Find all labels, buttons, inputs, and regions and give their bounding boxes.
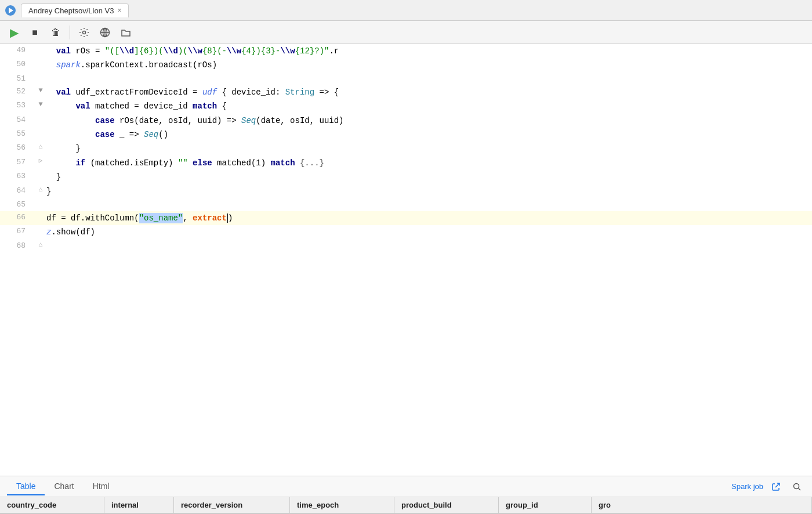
code-line-54: 54 case rOs(date, osId, uuid) => Seq(dat… (0, 114, 812, 128)
toolbar: ▶ ■ 🗑 (0, 21, 812, 44)
col-group-id: group_id (499, 497, 592, 513)
code-line-65: 65 (0, 198, 812, 211)
line-content: val udf_extractFromDeviceId = udf { devi… (46, 85, 812, 99)
col-internal: internal (104, 497, 174, 513)
line-content: z.show(df) (46, 225, 812, 239)
col-country-code: country_code (0, 497, 104, 513)
code-editor[interactable]: 49 val rOs = "([\\d]{6})(\\d)(\\w{8}(-\\… (0, 44, 812, 476)
code-line-50: 50 spark.sparkContext.broadcast(rOs) (0, 58, 812, 72)
line-content: spark.sparkContext.broadcast(rOs) (46, 58, 812, 72)
line-content: if (matched.isEmpty) "" else matched(1) … (46, 156, 812, 170)
bottom-tabs: Table Chart Html Spark job (0, 476, 812, 497)
svg-point-7 (794, 483, 799, 488)
gutter: ▼ (35, 99, 46, 110)
code-line-63: 63 } (0, 170, 812, 184)
line-number: 55 (0, 128, 35, 140)
code-line-55: 55 case _ => Seq() (0, 128, 812, 142)
search-icon[interactable] (789, 479, 805, 495)
bottom-panel: Table Chart Html Spark job country_code … (0, 476, 812, 514)
code-line-52: 52 ▼ val udf_extractFromDeviceId = udf {… (0, 85, 812, 99)
code-line-57: 57 ▷ if (matched.isEmpty) "" else matche… (0, 156, 812, 170)
tab-html[interactable]: Html (84, 478, 119, 495)
code-line-68: 68 △ (0, 240, 812, 252)
line-number: 51 (0, 73, 35, 85)
line-content: } (46, 142, 812, 155)
line-number: 57 (0, 156, 35, 169)
code-area[interactable]: 49 val rOs = "([\\d]{6})(\\d)(\\w{8}(-\\… (0, 44, 812, 476)
tab-close-button[interactable]: × (117, 6, 121, 15)
code-line-56: 56 △ } (0, 142, 812, 155)
external-link-icon[interactable] (768, 479, 784, 495)
line-number: 56 (0, 142, 35, 154)
code-line-66: 66 df = df.withColumn("os_name", extract… (0, 211, 812, 225)
notebook-tab[interactable]: Andrey Cheptsov/Lion V3 × (21, 3, 129, 17)
line-content (46, 73, 812, 74)
line-content (46, 198, 812, 200)
tab-label: Andrey Cheptsov/Lion V3 (28, 6, 114, 15)
spark-job-link[interactable]: Spark job (731, 482, 763, 491)
globe-button[interactable] (96, 23, 114, 42)
line-number: 64 (0, 184, 35, 197)
delete-button[interactable]: 🗑 (46, 23, 65, 42)
gutter: △ (35, 184, 46, 195)
col-product-build: product_build (394, 497, 499, 513)
line-content: df = df.withColumn("os_name", extract) (46, 211, 812, 225)
settings-button[interactable] (75, 23, 93, 42)
line-number: 50 (0, 58, 35, 71)
col-gro: gro (592, 497, 812, 513)
folder-button[interactable] (117, 23, 135, 42)
tab-table[interactable]: Table (7, 478, 45, 495)
table-header: country_code internal recorder_version t… (0, 497, 812, 514)
line-number: 67 (0, 225, 35, 238)
line-content: val matched = device_id match { (46, 99, 812, 113)
gutter: △ (35, 240, 46, 250)
line-content: val rOs = "([\\d]{6})(\\d)(\\w{8}(-\\w{4… (46, 44, 812, 58)
line-content: } (46, 170, 812, 184)
line-number: 53 (0, 99, 35, 112)
line-content (46, 240, 812, 241)
app-logo (5, 5, 16, 16)
line-content: case _ => Seq() (46, 128, 812, 142)
code-line-64: 64 △ } (0, 184, 812, 198)
gutter: ▷ (35, 156, 46, 166)
code-line-49: 49 val rOs = "([\\d]{6})(\\d)(\\w{8}(-\\… (0, 44, 812, 58)
line-number: 63 (0, 170, 35, 183)
code-line-51: 51 (0, 73, 812, 85)
line-number: 49 (0, 44, 35, 57)
gutter: ▼ (35, 85, 46, 96)
svg-point-2 (83, 31, 86, 34)
tab-chart[interactable]: Chart (45, 478, 83, 495)
line-number: 52 (0, 85, 35, 98)
gutter: △ (35, 142, 46, 152)
toolbar-separator (70, 26, 70, 39)
code-line-53: 53 ▼ val matched = device_id match { (0, 99, 812, 113)
run-button[interactable]: ▶ (5, 23, 23, 42)
col-time-epoch: time_epoch (290, 497, 394, 513)
code-line-67: 67 z.show(df) (0, 225, 812, 239)
line-number: 66 (0, 211, 35, 224)
line-number: 65 (0, 198, 35, 211)
line-number: 54 (0, 114, 35, 126)
line-content: case rOs(date, osId, uuid) => Seq(date, … (46, 114, 812, 128)
line-number: 68 (0, 240, 35, 252)
title-bar: Andrey Cheptsov/Lion V3 × (0, 0, 812, 21)
stop-button[interactable]: ■ (26, 23, 44, 42)
tab-actions: Spark job (731, 479, 805, 495)
line-content: } (46, 184, 812, 198)
col-recorder-version: recorder_version (174, 497, 290, 513)
svg-line-8 (799, 488, 801, 490)
